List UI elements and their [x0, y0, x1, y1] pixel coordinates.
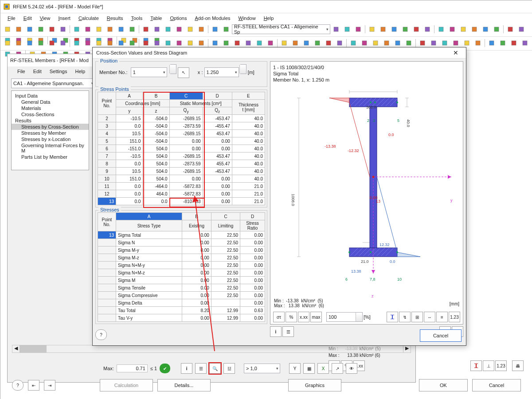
toolbar-button[interactable] [411, 24, 422, 35]
tree-node[interactable]: Governing Internal Forces by M [12, 142, 89, 154]
toolbar-button[interactable] [210, 24, 220, 35]
dialog-cancel-button[interactable]: Cancel [420, 329, 462, 342]
d-digits-button[interactable]: 1.23 [449, 312, 460, 322]
module-combo[interactable]: RF-STEEL Members CA1 - Allgemeine Sp [232, 24, 330, 34]
list2-button[interactable]: ☳ [223, 363, 235, 374]
toolbar-button[interactable] [58, 38, 68, 48]
toolbar-button[interactable] [152, 24, 162, 35]
toolbar-button[interactable] [58, 24, 68, 35]
menu-results[interactable]: Results [103, 15, 127, 22]
toolbar-button[interactable] [71, 24, 82, 35]
toolbar-button[interactable] [422, 24, 433, 35]
member-spinner[interactable] [170, 64, 176, 74]
toolbar-button[interactable] [2, 38, 13, 48]
d-max-button[interactable]: max [310, 312, 322, 322]
menu-view[interactable]: View [36, 15, 54, 22]
toolbar-button[interactable] [458, 24, 469, 35]
toolbar-button[interactable] [47, 38, 57, 48]
menu-edit[interactable]: Edit [20, 15, 35, 22]
toolbar-button[interactable] [196, 24, 207, 35]
menu-add-on modules[interactable]: Add-on Modules [191, 15, 234, 22]
help-button[interactable]: ? [12, 380, 23, 391]
graphics-button[interactable]: Graphics [288, 379, 341, 391]
toolbar-button[interactable] [473, 38, 483, 48]
toolbar-button[interactable] [491, 24, 502, 35]
tree-node[interactable]: Materials [12, 105, 89, 111]
d-info-button[interactable]: i [270, 326, 282, 337]
x-spinner[interactable] [240, 64, 246, 74]
toolbar-button[interactable] [127, 24, 137, 35]
view-button[interactable]: 👁 [346, 363, 357, 374]
tree-node[interactable]: Cross-Sections [12, 111, 89, 117]
toolbar-button[interactable] [221, 24, 231, 35]
toolbar-button[interactable] [367, 24, 377, 35]
info-button[interactable]: i [181, 363, 192, 374]
mdi-menu-settings[interactable]: Settings [46, 68, 71, 75]
toolbar-button[interactable] [185, 24, 196, 35]
toolbar-button[interactable] [378, 24, 388, 35]
d-sigmatau-button[interactable]: στ [273, 312, 285, 322]
toolbar-button[interactable] [447, 24, 458, 35]
dlg-help-button[interactable]: ? [95, 329, 107, 340]
d-percent-button[interactable]: % [286, 312, 297, 322]
d-section-button[interactable] [387, 312, 398, 322]
toolbar-button[interactable] [82, 38, 93, 48]
menu-tools[interactable]: Tools [127, 15, 146, 22]
toolbar-button[interactable] [163, 24, 173, 35]
toolbar-button[interactable] [24, 24, 35, 35]
toolbar-button[interactable] [71, 38, 82, 48]
toolbar-button[interactable] [353, 24, 364, 35]
toolbar-button[interactable] [509, 38, 519, 48]
menu-window[interactable]: Window [235, 15, 259, 22]
menu-options[interactable]: Options [166, 15, 190, 22]
toolbar-button[interactable] [82, 24, 93, 35]
list-button[interactable]: ☰ [195, 363, 207, 374]
x-combo[interactable]: 1.250 [204, 67, 239, 77]
toolbar-button[interactable] [35, 24, 46, 35]
toolbar-button[interactable] [520, 38, 530, 48]
import-button[interactable]: ⇤ [28, 380, 39, 391]
zoom-spinner[interactable]: 100 [326, 312, 363, 322]
export-button[interactable]: ⇥ [44, 380, 55, 391]
tree-results[interactable]: Results [12, 117, 89, 124]
toolbar-button[interactable] [486, 38, 497, 48]
tree-node[interactable]: Stresses by Member [12, 130, 89, 136]
cancel-button-mdi[interactable]: Cancel [472, 379, 521, 391]
toolbar-button[interactable] [13, 38, 24, 48]
pick-member-button[interactable]: ↖ [178, 67, 189, 78]
menu-insert[interactable]: Insert [55, 15, 74, 22]
tree-node[interactable]: Stresses by x-Location [12, 136, 89, 142]
toolbar-button[interactable] [516, 24, 527, 35]
toolbar-button[interactable] [2, 24, 13, 35]
menu-help[interactable]: Help [260, 15, 278, 22]
dialog-close-button[interactable]: ✕ [448, 49, 463, 57]
pick-button[interactable]: ↗ [332, 363, 343, 374]
member-combo[interactable]: 1 [131, 67, 167, 77]
d-neutral-button[interactable]: ≡ [436, 312, 448, 322]
filter-button[interactable]: Y [289, 363, 301, 374]
toolbar-button[interactable] [505, 24, 516, 35]
gt-combo[interactable]: > 1,0 [244, 364, 280, 373]
excel-button[interactable]: X [317, 363, 329, 374]
toolbar-button[interactable] [480, 24, 491, 35]
menu-calculate[interactable]: Calculate [75, 15, 102, 22]
toolbar-button[interactable] [342, 24, 352, 35]
tree-node[interactable]: Stresses by Cross-Section [12, 124, 89, 130]
ok-button[interactable]: OK [419, 379, 468, 391]
mdi-menu-help[interactable]: Help [71, 68, 89, 75]
toolbar-button[interactable] [331, 24, 341, 35]
toolbar-button[interactable] [13, 24, 24, 35]
color-button[interactable]: ▦ [303, 363, 315, 374]
tree-node[interactable]: General Data [12, 99, 89, 105]
toolbar-button[interactable] [105, 24, 115, 35]
toolbar-button[interactable] [24, 38, 35, 48]
mdi-menu-file[interactable]: File [14, 68, 29, 75]
toolbar-button[interactable] [174, 24, 184, 35]
case-combo[interactable]: CA1 - Allgemeine Spannungsan. [11, 78, 95, 88]
stresspoints-table[interactable]: PointNo.ABCDECoordinates [mm]Static Mome… [98, 92, 265, 205]
d-grid-button[interactable]: ⊞ [411, 312, 423, 322]
tree-node[interactable]: Parts List by Member [12, 154, 89, 160]
tree-input-data[interactable]: Input Data [12, 93, 89, 99]
stress-diagram-button[interactable]: 🔍 [209, 363, 221, 374]
toolbar-button[interactable] [94, 24, 104, 35]
